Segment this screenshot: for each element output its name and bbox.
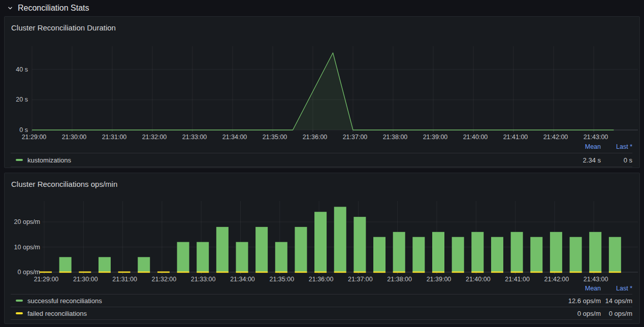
legend-sort-last[interactable]: Last * bbox=[601, 143, 632, 150]
bar-successful bbox=[471, 232, 484, 272]
bar-successful bbox=[255, 227, 268, 272]
x-tick-label: 21:29:00 bbox=[22, 134, 47, 141]
bar-failed-zero-dash bbox=[295, 272, 307, 273]
series-marker bbox=[16, 312, 23, 314]
x-tick-label: 21:31:00 bbox=[112, 276, 137, 283]
duration-legend: Mean Last * kustomizations 2.34 s 0 s bbox=[11, 140, 632, 167]
bar-successful bbox=[197, 242, 209, 272]
y-tick-label: 10 ops/m bbox=[14, 244, 40, 251]
panel-cluster-reconciliation-duration: Cluster Reconciliation Duration 0 s20 s4… bbox=[4, 16, 640, 168]
panel-title-ops[interactable]: Cluster Reconciliations ops/min bbox=[11, 180, 117, 188]
bar-failed-zero-dash bbox=[393, 272, 405, 273]
ops-bar-chart[interactable]: 0 ops/m10 ops/m20 ops/m21:29:0021:30:002… bbox=[5, 173, 639, 285]
panel-title-duration[interactable]: Cluster Reconciliation Duration bbox=[11, 23, 116, 32]
duration-area-chart[interactable]: 0 s20 s40 s21:29:0021:30:0021:31:0021:32… bbox=[5, 17, 639, 142]
section-title: Reconciliation Stats bbox=[18, 4, 89, 13]
bar-failed-zero-dash bbox=[138, 272, 150, 273]
bar-successful bbox=[609, 237, 621, 272]
bar-successful bbox=[530, 237, 542, 272]
bar-successful bbox=[236, 242, 248, 272]
legend-sort-mean[interactable]: Mean bbox=[553, 143, 601, 150]
bar-failed-zero-dash bbox=[452, 272, 464, 273]
x-tick-label: 21:30:00 bbox=[73, 276, 98, 283]
x-tick-label: 21:39:00 bbox=[427, 276, 452, 283]
x-tick-label: 21:33:00 bbox=[191, 276, 216, 283]
bar-failed-zero-dash bbox=[40, 272, 52, 273]
legend-label-successful[interactable]: successful reconciliations bbox=[27, 297, 102, 305]
x-tick-label: 21:34:00 bbox=[222, 134, 247, 141]
bar-successful bbox=[138, 257, 150, 272]
bar-successful bbox=[334, 207, 346, 272]
legend-row-failed: failed reconciliations 0 ops/m 0 ops/m bbox=[11, 307, 632, 319]
x-tick-label: 21:35:00 bbox=[269, 276, 294, 283]
x-tick-label: 21:38:00 bbox=[387, 276, 412, 283]
bar-successful bbox=[177, 242, 189, 272]
bar-successful bbox=[589, 232, 601, 272]
x-tick-label: 21:34:00 bbox=[230, 276, 255, 283]
legend-label-kustomizations[interactable]: kustomizations bbox=[27, 156, 71, 164]
bar-failed-zero-dash bbox=[216, 272, 229, 273]
bar-failed-zero-dash bbox=[412, 272, 425, 273]
x-tick-label: 21:29:00 bbox=[34, 276, 59, 283]
bar-failed-zero-dash bbox=[99, 272, 111, 273]
bar-failed-zero-dash bbox=[353, 272, 366, 273]
x-tick-label: 21:40:00 bbox=[466, 276, 491, 283]
bar-successful bbox=[511, 232, 523, 272]
bar-successful bbox=[353, 217, 366, 272]
divider bbox=[11, 167, 632, 167]
bar-failed-zero-dash bbox=[491, 272, 503, 273]
legend-row-kustomizations: kustomizations 2.34 s 0 s bbox=[11, 153, 632, 167]
x-tick-label: 21:37:00 bbox=[348, 276, 373, 283]
bar-failed-zero-dash bbox=[530, 272, 542, 273]
x-tick-label: 21:33:00 bbox=[182, 134, 207, 141]
series-area-fill bbox=[32, 53, 614, 130]
bar-failed-zero-dash bbox=[197, 272, 209, 273]
legend-mean-value: 0 ops/m bbox=[553, 310, 601, 317]
series-marker bbox=[16, 159, 23, 161]
x-tick-label: 21:32:00 bbox=[142, 134, 167, 141]
bar-successful bbox=[295, 227, 307, 272]
legend-last-value: 0 ops/m bbox=[601, 310, 632, 317]
legend-sort-mean[interactable]: Mean bbox=[553, 285, 601, 292]
bar-successful bbox=[59, 257, 72, 272]
x-tick-label: 21:41:00 bbox=[505, 276, 530, 283]
y-tick-label: 20 ops/m bbox=[14, 218, 40, 225]
bar-successful bbox=[373, 237, 385, 272]
bar-failed-zero-dash bbox=[471, 272, 484, 273]
legend-header-row: Mean Last * bbox=[11, 140, 632, 153]
legend-label-failed[interactable]: failed reconciliations bbox=[27, 310, 87, 317]
bar-failed-zero-dash bbox=[157, 272, 170, 273]
bar-successful bbox=[432, 232, 444, 272]
bar-failed-zero-dash bbox=[79, 272, 91, 273]
x-tick-label: 21:42:00 bbox=[543, 134, 568, 141]
x-tick-label: 21:43:00 bbox=[584, 276, 608, 283]
bar-successful bbox=[393, 232, 405, 272]
bar-failed-zero-dash bbox=[314, 272, 327, 273]
bar-failed-zero-dash bbox=[570, 272, 582, 273]
x-tick-label: 21:30:00 bbox=[62, 134, 87, 141]
bar-successful bbox=[275, 242, 287, 272]
divider bbox=[11, 319, 632, 320]
legend-sort-last[interactable]: Last * bbox=[601, 285, 632, 292]
x-tick-label: 21:39:00 bbox=[423, 134, 448, 141]
bar-failed-zero-dash bbox=[255, 272, 268, 273]
bar-successful bbox=[570, 237, 582, 272]
bar-successful bbox=[550, 232, 562, 272]
bar-failed-zero-dash bbox=[609, 272, 621, 273]
x-tick-label: 21:35:00 bbox=[263, 134, 287, 141]
bar-successful bbox=[216, 227, 229, 272]
legend-mean-value: 2.34 s bbox=[553, 156, 601, 164]
legend-mean-value: 12.6 ops/m bbox=[553, 297, 601, 305]
x-tick-label: 21:36:00 bbox=[303, 134, 328, 141]
bar-failed-zero-dash bbox=[275, 272, 287, 273]
y-tick-label: 40 s bbox=[16, 66, 28, 73]
bar-failed-zero-dash bbox=[118, 272, 131, 273]
bar-failed-zero-dash bbox=[334, 272, 346, 273]
y-tick-label: 0 ops/m bbox=[18, 269, 40, 276]
section-row-toggle[interactable]: Reconciliation Stats bbox=[7, 2, 89, 15]
x-tick-label: 21:32:00 bbox=[152, 276, 177, 283]
x-tick-label: 21:42:00 bbox=[544, 276, 569, 283]
y-tick-label: 0 s bbox=[19, 126, 28, 134]
bar-failed-zero-dash bbox=[511, 272, 523, 273]
bar-failed-zero-dash bbox=[177, 272, 189, 273]
